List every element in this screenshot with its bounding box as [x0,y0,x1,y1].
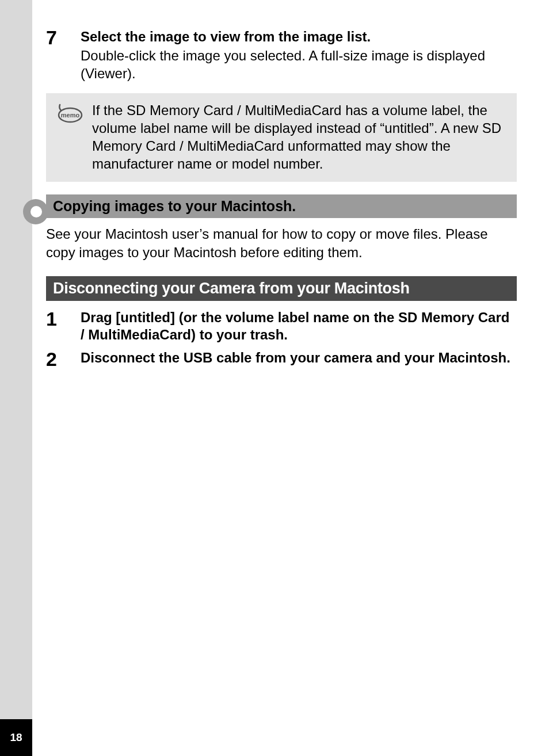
step-title: Select the image to view from the image … [81,28,517,45]
step-body: Drag [untitled] (or the volume label nam… [81,309,517,345]
svg-text:memo: memo [61,112,80,119]
page-number: 18 [0,719,32,756]
step-number: 7 [46,28,81,47]
sub-heading-copying: Copying images to your Macintosh. [46,194,517,218]
memo-text: If the SD Memory Card / MultiMediaCard h… [92,101,506,173]
side-tab-marker [23,199,48,224]
memo-icon: memo [56,102,87,125]
step-number: 1 [46,309,81,329]
step-body: Select the image to view from the image … [81,28,517,83]
page-content: 7 Select the image to view from the imag… [32,0,549,756]
step-description: Double-click the image you selected. A f… [81,47,517,82]
section-heading-disconnecting: Disconnecting your Camera from your Maci… [46,276,517,301]
body-text: See your Macintosh user’s manual for how… [46,225,517,261]
disconnect-steps: 1 Drag [untitled] (or the volume label n… [46,309,517,369]
step-body: Disconnect the USB cable from your camer… [81,349,517,368]
memo-callout: memo If the SD Memory Card / MultiMediaC… [46,93,517,182]
step-title: Disconnect the USB cable from your camer… [81,349,517,366]
left-binding-strip [0,0,32,756]
step-7: 7 Select the image to view from the imag… [46,28,517,83]
disconnect-step-1: 1 Drag [untitled] (or the volume label n… [46,309,517,345]
manual-page: 7 Select the image to view from the imag… [0,0,549,756]
disconnect-step-2: 2 Disconnect the USB cable from your cam… [46,349,517,369]
step-number: 2 [46,349,81,369]
step-title: Drag [untitled] (or the volume label nam… [81,309,517,343]
